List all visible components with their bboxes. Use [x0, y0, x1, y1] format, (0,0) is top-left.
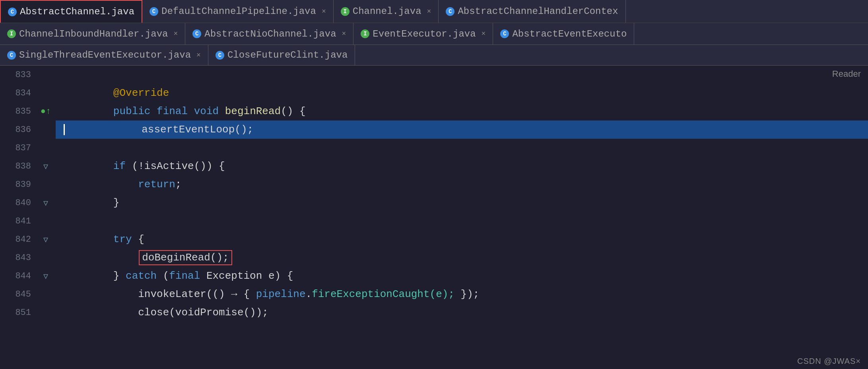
- tab-close-future[interactable]: CCloseFutureClint.java: [208, 45, 355, 65]
- tab-single-thread-close[interactable]: ×: [196, 51, 201, 59]
- line-num-834: 834: [0, 84, 31, 102]
- marker-833: [36, 66, 56, 84]
- token-839-0: return: [138, 179, 175, 190]
- tab-event-executor-close[interactable]: ×: [482, 30, 486, 38]
- tab-abstract-nio-icon: C: [192, 29, 201, 38]
- tab-default-channel-pipeline-close[interactable]: ×: [322, 8, 326, 16]
- tab-single-thread-label: SingleThreadEventExecutor.java: [19, 50, 191, 60]
- token-835-7: () {: [281, 105, 305, 117]
- reader-label: Reader: [825, 66, 868, 82]
- tab-channel-label: Channel.java: [353, 6, 421, 17]
- tab-abstract-channel-label: AbstractChannel.java: [20, 6, 134, 17]
- token-835-3: [188, 105, 194, 117]
- code-line-836: assertEventLoop();: [56, 120, 868, 139]
- indent-833: [64, 69, 88, 81]
- line-num-851: 851: [0, 303, 31, 322]
- tab-default-channel-pipeline-label: DefaultChannelPipeline.java: [161, 6, 316, 17]
- token-844-1: catch: [126, 270, 157, 282]
- tab-channel-inbound-icon: I: [7, 29, 16, 38]
- text-cursor: [64, 124, 65, 135]
- fold-icon[interactable]: ▽: [43, 271, 48, 281]
- token-845-3: fireExceptionCaught(e);: [312, 288, 454, 300]
- marker-842: ▽: [36, 230, 56, 249]
- indent-836: [67, 124, 142, 136]
- tab-abstract-nio[interactable]: CAbstractNioChannel.java×: [185, 23, 353, 45]
- code-line-839: return;: [56, 175, 868, 194]
- tab-bar-row1: CAbstractChannel.javaCDefaultChannelPipe…: [0, 0, 868, 23]
- marker-844: ▽: [36, 267, 56, 285]
- fold-icon[interactable]: ▽: [43, 235, 48, 245]
- line-num-839: 839: [0, 175, 31, 194]
- token-835-2: final: [157, 105, 188, 117]
- line-num-840: 840: [0, 194, 31, 212]
- token-842-0: try: [113, 233, 132, 245]
- tab-abstract-event-executor-icon: C: [500, 29, 509, 38]
- marker-841: [36, 212, 56, 230]
- code-line-835: public final void beginRead() {: [56, 102, 868, 120]
- marker-840: ▽: [36, 194, 56, 212]
- marker-838: ▽: [36, 157, 56, 175]
- tab-abstract-channel-handler-icon: C: [446, 7, 454, 16]
- token-845-1: pipeline: [256, 288, 306, 300]
- marker-845: [36, 285, 56, 303]
- tab-channel-inbound-label: ChannelInboundHandler.java: [19, 29, 168, 39]
- indent-843: [64, 252, 138, 264]
- tab-event-executor-icon: I: [361, 29, 369, 38]
- tab-abstract-nio-close[interactable]: ×: [342, 30, 346, 38]
- marker-834: [36, 84, 56, 102]
- tab-bar-row2: IChannelInboundHandler.java×CAbstractNio…: [0, 23, 868, 45]
- token-835-4: void: [194, 105, 219, 117]
- line-number-gutter: 8338348358368378388398408418428438448458…: [0, 66, 36, 369]
- indent-839: [64, 179, 138, 190]
- token-844-2: (: [157, 270, 169, 282]
- line-num-844: 844: [0, 267, 31, 285]
- tab-default-channel-pipeline[interactable]: CDefaultChannelPipeline.java×: [142, 0, 334, 23]
- tab-single-thread[interactable]: CSingleThreadEventExecutor.java×: [0, 45, 208, 65]
- line-num-836: 836: [0, 120, 31, 139]
- indent-845: [64, 288, 138, 300]
- fold-icon[interactable]: ▽: [43, 198, 48, 208]
- token-840-0: }: [113, 197, 120, 209]
- tab-abstract-event-executor[interactable]: CAbstractEventExecuto: [493, 23, 634, 45]
- boxed-token-843-0: doBeginRead();: [139, 250, 232, 265]
- tab-channel-close[interactable]: ×: [427, 8, 431, 16]
- token-845-2: .: [306, 288, 312, 300]
- editor-container: 8338348358368378388398408418428438448458…: [0, 66, 868, 369]
- token-838-1: (!isActive()) {: [126, 160, 225, 172]
- line-num-835: 835: [0, 102, 31, 120]
- tab-abstract-channel-handler-label: AbstractChannelHandlerContex: [458, 6, 618, 17]
- token-844-0: }: [113, 270, 126, 282]
- fold-icon[interactable]: ▽: [43, 161, 48, 171]
- indent-842: [64, 233, 113, 245]
- marker-843: [36, 249, 56, 267]
- fold-markers: ●↑▽▽▽▽: [36, 66, 56, 369]
- tab-event-executor-label: EventExecutor.java: [373, 29, 476, 39]
- tab-event-executor[interactable]: IEventExecutor.java×: [353, 23, 493, 45]
- token-851-0: close(voidPromise());: [138, 307, 268, 319]
- token-836-0: assertEventLoop();: [142, 124, 253, 136]
- token-835-5: [219, 105, 225, 117]
- line-num-837: 837: [0, 139, 31, 157]
- code-line-851: close(voidPromise());: [56, 303, 868, 322]
- code-line-841: [56, 212, 868, 230]
- line-num-842: 842: [0, 230, 31, 249]
- token-844-3: final: [169, 270, 200, 282]
- line-num-838: 838: [0, 157, 31, 175]
- tab-channel-inbound[interactable]: IChannelInboundHandler.java×: [0, 23, 185, 45]
- tab-abstract-channel[interactable]: CAbstractChannel.java: [0, 0, 142, 23]
- line-num-843: 843: [0, 249, 31, 267]
- tab-default-channel-pipeline-icon: C: [150, 7, 158, 16]
- tab-channel[interactable]: IChannel.java×: [334, 0, 439, 23]
- line-num-841: 841: [0, 212, 31, 230]
- tab-channel-inbound-close[interactable]: ×: [173, 30, 178, 38]
- token-844-4: Exception e) {: [200, 270, 293, 282]
- tab-abstract-channel-handler[interactable]: CAbstractChannelHandlerContex: [439, 0, 625, 23]
- token-839-1: ;: [175, 179, 182, 190]
- marker-839: [36, 175, 56, 194]
- code-line-844: } catch (final Exception e) {: [56, 267, 868, 285]
- indent-838: [64, 160, 113, 172]
- code-area: Reader @Override public final void begin…: [56, 66, 868, 369]
- tab-abstract-event-executor-label: AbstractEventExecuto: [512, 29, 627, 39]
- token-834-0: @Override: [113, 87, 169, 99]
- tab-single-thread-icon: C: [7, 51, 16, 60]
